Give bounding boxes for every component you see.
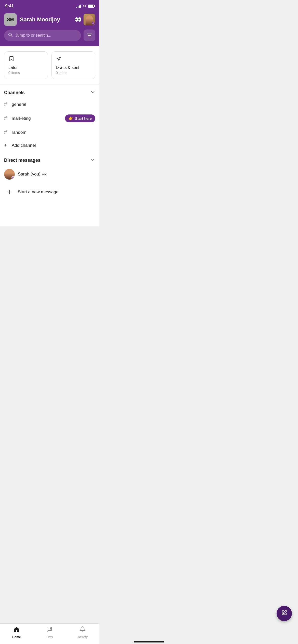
filter-button[interactable]: [84, 30, 95, 41]
dm-eyes-emoji: 👀: [42, 172, 47, 177]
dm-online-dot: [11, 176, 15, 179]
bottom-spacer: [0, 201, 99, 226]
dm-section-header[interactable]: Direct messages: [4, 152, 95, 165]
eyes-status-icon: 👀: [75, 16, 82, 23]
channel-name-random: random: [12, 130, 95, 135]
user-avatar-initials[interactable]: SM: [4, 13, 17, 26]
svg-line-1: [11, 35, 12, 37]
later-icon: [8, 56, 44, 63]
dm-title: Direct messages: [4, 158, 40, 163]
add-channel-item[interactable]: + Add channel: [4, 139, 95, 152]
start-here-label: Start here: [75, 116, 92, 121]
add-channel-plus-icon: +: [4, 142, 12, 148]
status-bar: 9:41: [0, 0, 99, 11]
filter-icon: [87, 34, 92, 37]
header-top: SM Sarah Moodjoy 👀: [4, 13, 95, 26]
channel-item-marketing[interactable]: # marketing 👉 Start here: [4, 111, 95, 126]
header: SM Sarah Moodjoy 👀 Jump to or search...: [0, 11, 99, 46]
wifi-icon: [83, 4, 87, 8]
start-here-badge: 👉 Start here: [65, 114, 95, 122]
channels-section: Channels # general # marketing 👉 Start h…: [0, 84, 99, 152]
status-icons: [76, 4, 94, 8]
dm-plus-icon: [4, 187, 15, 197]
drafts-title: Drafts & sent: [56, 65, 91, 70]
header-right: 👀: [75, 14, 95, 25]
dm-chevron-icon: [90, 157, 95, 163]
channels-chevron-icon: [90, 90, 95, 96]
search-icon: [8, 33, 13, 38]
drafts-icon: [56, 56, 91, 63]
dm-item-sarah[interactable]: Sarah (you) 👀: [4, 165, 95, 183]
header-left: SM Sarah Moodjoy: [4, 13, 60, 26]
dm-avatar-sarah: [4, 169, 15, 180]
dm-name-sarah: Sarah (you) 👀: [18, 172, 47, 177]
channels-title: Channels: [4, 90, 25, 95]
user-name: Sarah Moodjoy: [20, 16, 60, 23]
search-placeholder-text: Jump to or search...: [15, 33, 51, 38]
dm-add-label: Start a new message: [18, 189, 59, 195]
status-time: 9:41: [5, 4, 14, 9]
hash-icon-marketing: #: [4, 115, 12, 121]
channel-item-random[interactable]: # random: [4, 126, 95, 139]
user-photo[interactable]: [84, 14, 95, 25]
hash-icon-random: #: [4, 129, 12, 135]
later-card[interactable]: Later 0 items: [4, 51, 48, 79]
online-status-dot: [92, 22, 95, 25]
svg-marker-2: [57, 57, 61, 61]
main-content: Later 0 items Drafts & sent 0 items Chan…: [0, 46, 99, 226]
battery-icon: [88, 5, 94, 8]
search-row: Jump to or search...: [4, 30, 95, 41]
add-channel-label: Add channel: [12, 143, 36, 148]
dm-section: Direct messages Sarah (you) 👀: [0, 152, 99, 201]
dm-add-item[interactable]: Start a new message: [4, 183, 95, 201]
drafts-card[interactable]: Drafts & sent 0 items: [51, 51, 95, 79]
later-subtitle: 0 items: [8, 71, 44, 75]
quick-cards-row: Later 0 items Drafts & sent 0 items: [0, 46, 99, 84]
start-here-emoji: 👉: [69, 116, 74, 121]
channels-header[interactable]: Channels: [4, 84, 95, 98]
hash-icon-general: #: [4, 101, 12, 107]
later-title: Later: [8, 65, 44, 70]
search-bar[interactable]: Jump to or search...: [4, 30, 81, 41]
channel-item-general[interactable]: # general: [4, 98, 95, 111]
drafts-subtitle: 0 items: [56, 71, 91, 75]
channel-name-marketing: marketing: [12, 116, 65, 121]
channel-name-general: general: [12, 102, 95, 107]
dm-name-text: Sarah (you): [18, 172, 40, 177]
signal-icon: [76, 4, 81, 8]
